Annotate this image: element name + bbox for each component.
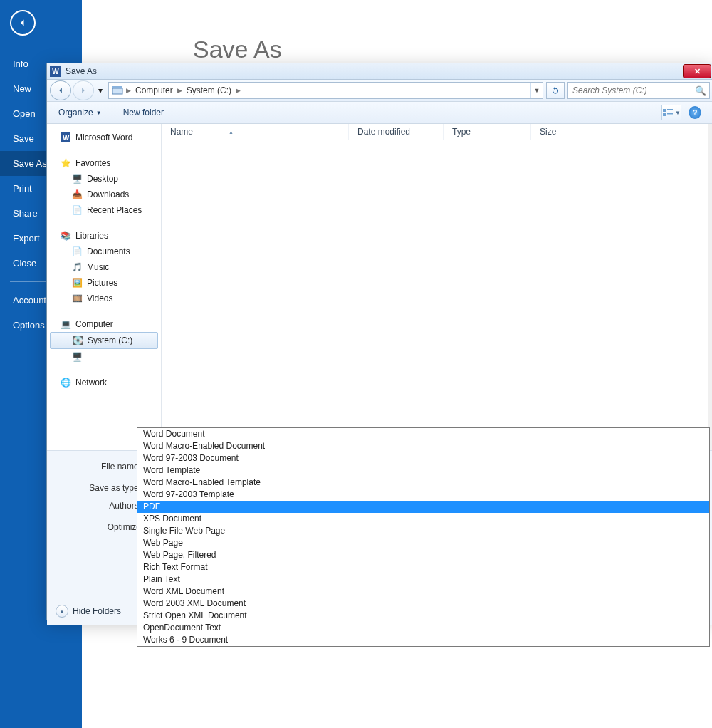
tree-network[interactable]: 🌐Network — [47, 375, 161, 390]
tree-favorites[interactable]: ⭐Favorites — [47, 155, 161, 171]
column-headers: Name Date modified Type Size — [162, 124, 708, 140]
monitor-icon: 🖥️ — [71, 352, 83, 362]
drive-icon — [112, 85, 125, 96]
saveastype-dropdown[interactable]: Word DocumentWord Macro-Enabled Document… — [137, 427, 710, 647]
type-option[interactable]: Single File Web Page — [137, 525, 709, 537]
svg-text:W: W — [63, 134, 70, 142]
col-type[interactable]: Type — [444, 124, 531, 140]
desktop-icon: 🖥️ — [71, 174, 83, 184]
tree-desktop[interactable]: 🖥️Desktop — [47, 171, 161, 187]
search-box[interactable]: 🔍 — [567, 82, 710, 99]
saveastype-label: Save as type: — [56, 483, 147, 493]
nav-tree: WMicrosoft Word ⭐Favorites 🖥️Desktop 📥Do… — [47, 124, 162, 450]
file-list[interactable]: Name Date modified Type Size — [162, 124, 712, 450]
chevron-down-icon: ▼ — [675, 110, 681, 116]
downloads-icon: 📥 — [71, 189, 83, 199]
svg-rect-0 — [112, 88, 122, 94]
videos-icon: 🎞️ — [71, 293, 83, 303]
arrow-left-icon — [16, 16, 29, 29]
dialog-titlebar[interactable]: W Save As ✕ — [47, 63, 712, 80]
svg-rect-2 — [663, 109, 666, 112]
dialog-toolbar: Organize▼ New folder ▼ ? — [47, 102, 712, 124]
star-icon: ⭐ — [60, 158, 71, 168]
svg-rect-4 — [663, 113, 666, 116]
search-input[interactable] — [571, 85, 695, 96]
help-button[interactable]: ? — [689, 106, 701, 119]
organize-button[interactable]: Organize▼ — [58, 108, 102, 118]
dialog-title: Save As — [66, 66, 97, 76]
svg-rect-1 — [112, 86, 122, 88]
nav-forward-button[interactable] — [73, 80, 94, 100]
filename-label: File name: — [56, 462, 147, 472]
type-option[interactable]: Word 97-2003 Document — [137, 452, 709, 464]
type-option[interactable]: Word Macro-Enabled Document — [137, 440, 709, 452]
col-name[interactable]: Name — [162, 124, 349, 140]
type-option[interactable]: Word 97-2003 Template — [137, 489, 709, 501]
computer-icon: 💻 — [60, 319, 71, 329]
network-icon: 🌐 — [60, 378, 71, 388]
word-icon: W — [60, 132, 71, 142]
breadcrumb-sep[interactable]: ▶ — [176, 87, 184, 94]
breadcrumb-computer[interactable]: Computer — [132, 85, 176, 95]
col-size[interactable]: Size — [531, 124, 597, 140]
tree-pictures[interactable]: 🖼️Pictures — [47, 275, 161, 291]
nav-history-dropdown[interactable]: ▾ — [95, 83, 105, 98]
nav-back-button[interactable] — [50, 80, 71, 100]
tree-videos[interactable]: 🎞️Videos — [47, 291, 161, 306]
close-icon: ✕ — [694, 67, 701, 76]
view-button[interactable]: ▼ — [661, 105, 681, 120]
type-option[interactable]: Word Document — [137, 428, 709, 440]
music-icon: 🎵 — [71, 262, 83, 272]
type-option[interactable]: OpenDocument Text — [137, 622, 709, 634]
libraries-icon: 📚 — [60, 231, 71, 241]
type-option[interactable]: XPS Document — [137, 513, 709, 525]
type-option[interactable]: Word 2003 XML Document — [137, 598, 709, 610]
page-title: Save As — [193, 36, 282, 63]
refresh-icon — [550, 85, 560, 95]
back-button[interactable] — [10, 10, 36, 36]
search-icon[interactable]: 🔍 — [695, 85, 706, 96]
tree-documents[interactable]: 📄Documents — [47, 244, 161, 259]
pictures-icon: 🖼️ — [71, 278, 83, 288]
hide-folders-button[interactable]: ▲ Hide Folders — [56, 605, 121, 618]
address-bar[interactable]: ▶ Computer ▶ System (C:) ▶ ▼ — [108, 82, 543, 99]
type-option[interactable]: Word Template — [137, 464, 709, 477]
type-option[interactable]: Strict Open XML Document — [137, 610, 709, 622]
tree-downloads[interactable]: 📥Downloads — [47, 187, 161, 202]
recent-icon: 📄 — [71, 205, 83, 215]
type-option[interactable]: Word XML Document — [137, 586, 709, 598]
breadcrumb-drive[interactable]: System (C:) — [184, 85, 234, 95]
chevron-up-icon: ▲ — [56, 605, 68, 618]
optimize-label: Optimize — [56, 522, 147, 532]
col-date[interactable]: Date modified — [349, 124, 444, 140]
tree-drive-extra[interactable]: 🖥️ — [47, 349, 161, 365]
word-icon: W — [50, 66, 61, 77]
type-option[interactable]: Word Macro-Enabled Template — [137, 477, 709, 489]
view-icon — [662, 108, 674, 117]
arrow-left-icon — [56, 85, 66, 95]
svg-rect-3 — [667, 109, 673, 110]
arrow-right-icon — [78, 85, 88, 95]
refresh-button[interactable] — [546, 82, 565, 99]
newfolder-button[interactable]: New folder — [123, 108, 164, 118]
tree-music[interactable]: 🎵Music — [47, 259, 161, 275]
type-option[interactable]: Web Page, Filtered — [137, 549, 709, 561]
tree-system-c[interactable]: 💽System (C:) — [50, 332, 158, 349]
tree-computer[interactable]: 💻Computer — [47, 316, 161, 332]
type-option[interactable]: Plain Text — [137, 573, 709, 586]
svg-rect-5 — [667, 113, 673, 115]
address-dropdown[interactable]: ▼ — [530, 83, 543, 98]
type-option[interactable]: Works 6 - 9 Document — [137, 634, 709, 646]
type-option[interactable]: PDF — [137, 501, 709, 513]
tree-libraries[interactable]: 📚Libraries — [47, 228, 161, 244]
chevron-down-icon: ▼ — [96, 110, 102, 116]
breadcrumb-sep[interactable]: ▶ — [125, 87, 132, 94]
breadcrumb-sep[interactable]: ▶ — [234, 87, 242, 94]
type-option[interactable]: Web Page — [137, 537, 709, 549]
close-button[interactable]: ✕ — [683, 64, 711, 78]
tree-word[interactable]: WMicrosoft Word — [47, 130, 161, 145]
type-option[interactable]: Rich Text Format — [137, 561, 709, 573]
tree-recent[interactable]: 📄Recent Places — [47, 202, 161, 218]
drive-icon: 💽 — [72, 336, 83, 345]
documents-icon: 📄 — [71, 246, 83, 256]
